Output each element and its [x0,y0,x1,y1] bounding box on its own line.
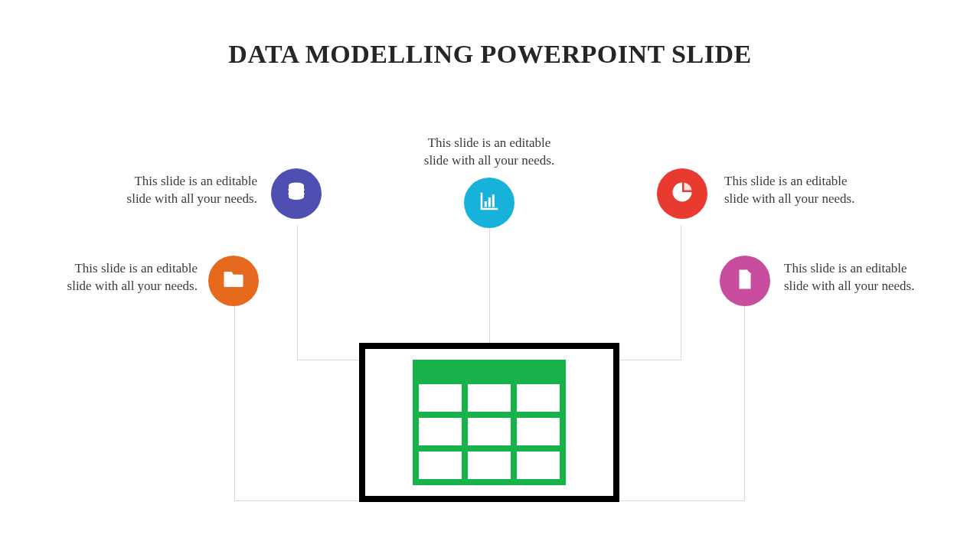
node-4-circle [657,168,707,219]
connector-line [619,360,681,360]
connector-line [234,306,235,500]
node-2-caption: This slide is an editable slide with all… [96,173,257,208]
slide-title: DATA MODELLING POWERPOINT SLIDE [0,40,980,69]
node-2-circle [271,168,322,219]
connector-line [744,306,745,500]
node-2-caption-line1: This slide is an editable [134,174,257,188]
connector-line [619,500,745,501]
connector-line [297,225,298,360]
node-4-caption-line2: slide with all your needs. [724,191,854,206]
connector-line [681,225,681,360]
node-3-caption-line1: This slide is an editable [428,135,551,150]
svg-rect-3 [488,197,491,207]
svg-rect-2 [485,201,487,207]
svg-rect-7 [741,283,749,285]
node-3-caption-line2: slide with all your needs. [424,153,554,168]
node-1-caption-line2: slide with all your needs. [67,279,198,293]
connector-line [234,500,360,501]
node-5-caption: This slide is an editable slide with all… [784,260,945,295]
node-1-caption: This slide is an editable slide with all… [37,260,198,295]
node-1-circle [208,256,259,306]
svg-rect-5 [741,278,749,279]
bar-chart-icon [478,190,501,216]
spreadsheet-icon [413,360,566,485]
node-5-circle [720,256,770,306]
node-4-caption: This slide is an editable slide with all… [724,173,885,208]
node-1-caption-line1: This slide is an editable [74,261,198,276]
database-icon [285,181,308,207]
node-3-caption: This slide is an editable slide with all… [409,135,570,170]
central-spreadsheet-box [359,343,619,502]
node-5-caption-line2: slide with all your needs. [784,279,914,293]
node-2-caption-line2: slide with all your needs. [127,191,257,206]
node-4-caption-line1: This slide is an editable [724,174,848,188]
document-icon [733,268,756,294]
svg-rect-4 [492,194,495,207]
connector-line [489,228,490,343]
node-5-caption-line1: This slide is an editable [784,261,907,276]
folder-icon [222,268,245,294]
svg-rect-6 [741,280,749,282]
connector-line [297,360,360,360]
node-3-circle [464,178,514,228]
pie-chart-icon [671,181,694,207]
